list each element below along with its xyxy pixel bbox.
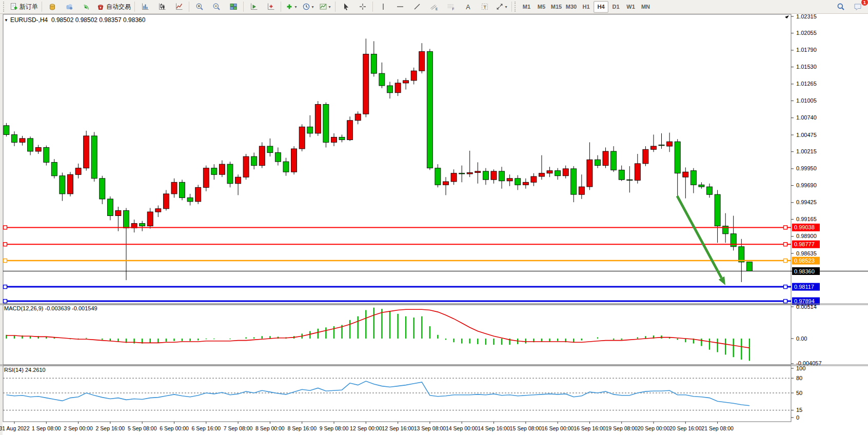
line-handle[interactable] (4, 243, 7, 246)
timeframe-button-h4[interactable]: H4 (594, 1, 608, 13)
timeframe-button-m5[interactable]: M5 (534, 1, 549, 13)
line-handle[interactable] (784, 243, 787, 246)
search-button[interactable] (832, 1, 849, 13)
trendline-button[interactable] (408, 1, 425, 13)
candle (4, 126, 9, 135)
toolbar-separator (189, 2, 189, 12)
candle (44, 148, 49, 163)
line-handle[interactable] (784, 259, 787, 263)
clock-icon (302, 3, 310, 11)
candle (140, 224, 145, 226)
timeframe-button-d1[interactable]: D1 (608, 1, 623, 13)
candlestick-chart-button[interactable] (153, 1, 170, 13)
candle (203, 168, 209, 188)
line-chart-button[interactable] (170, 1, 187, 13)
candle (515, 179, 521, 185)
horizontal-line-button[interactable] (391, 1, 408, 13)
line-handle[interactable] (4, 300, 7, 303)
templates-button[interactable]: ▾ (317, 1, 333, 13)
candle (115, 211, 121, 216)
time-axis-label: 12 Sep 16:00 (382, 425, 414, 431)
price-axis-label: 0.98635 (796, 250, 817, 256)
indicators-button[interactable]: ▾ (283, 1, 300, 13)
depth-of-market-button[interactable] (262, 1, 279, 13)
price-axis-label: 1.02315 (796, 14, 817, 19)
crosshair-button[interactable] (354, 1, 371, 13)
line-handle[interactable] (784, 300, 787, 303)
candle (746, 262, 752, 271)
candle (100, 179, 105, 199)
candle (315, 104, 321, 133)
vertical-line-button[interactable] (374, 1, 391, 13)
doc-plus-icon (10, 3, 18, 11)
line-handle[interactable] (4, 226, 7, 229)
time-axis-label: 12 Sep 00:00 (350, 425, 382, 431)
time-axis-label: 8 Sep 16:00 (287, 425, 317, 431)
time-axis-label: 21 Sep 08:00 (701, 425, 734, 431)
cloud-icon (65, 3, 73, 11)
tile-windows-button[interactable] (225, 1, 242, 13)
timeframe-button-m30[interactable]: M30 (564, 1, 579, 13)
candle (483, 171, 488, 180)
candle (443, 182, 449, 185)
zoom-in-button[interactable] (191, 1, 208, 13)
toolbar-separator (134, 2, 135, 12)
candle (187, 197, 193, 202)
candle (363, 54, 369, 114)
cylinder-icon (48, 3, 56, 11)
macd-axis-label: 0.00 (796, 335, 807, 342)
notifications-button[interactable]: 1 (849, 1, 866, 13)
market-watch-button[interactable] (44, 1, 61, 13)
time-axis-label: 5 Sep 08:00 (128, 425, 157, 431)
zoom-out-button[interactable] (208, 1, 225, 13)
line-handle[interactable] (784, 226, 787, 229)
candle (707, 187, 713, 194)
rsi-axis-label: 100 (796, 365, 805, 371)
arrows-icon (496, 3, 504, 11)
candle (147, 212, 153, 226)
community-button[interactable] (61, 1, 77, 13)
timeframe-button-m15[interactable]: M15 (549, 1, 564, 13)
price-axis-label: 1.01530 (796, 64, 817, 70)
window-edge (0, 14, 3, 435)
text-button[interactable]: A (459, 1, 476, 13)
candle (291, 149, 297, 172)
candle (307, 127, 313, 133)
new-order-button[interactable]: 新订单 (8, 1, 40, 13)
periods-button[interactable]: ▾ (300, 1, 317, 13)
timeframe-button-m1[interactable]: M1 (519, 1, 534, 13)
fibonacci-button[interactable]: E (425, 1, 442, 13)
price-badge-label: 0.98523 (794, 258, 815, 264)
candle (371, 54, 377, 73)
timeframe-button-mn[interactable]: MN (638, 1, 653, 13)
labelT-icon: T (481, 3, 489, 11)
strategy-tester-button[interactable] (245, 1, 262, 13)
candle (347, 121, 353, 140)
chart-menu-icon[interactable]: ▼ (4, 18, 8, 23)
cursor-button[interactable] (337, 1, 354, 13)
candle (395, 83, 401, 93)
line-handle[interactable] (4, 259, 7, 263)
arrows-tool-button[interactable]: ▾ (493, 1, 510, 13)
candle (563, 169, 568, 176)
autotrading-button[interactable]: 自动交易 (94, 1, 133, 13)
candle (571, 169, 577, 194)
candle (323, 104, 329, 142)
line-handle[interactable] (784, 285, 787, 289)
channel-button[interactable]: F (442, 1, 459, 13)
candle (507, 179, 512, 181)
label-button[interactable]: T (476, 1, 493, 13)
timeframe-button-w1[interactable]: W1 (623, 1, 638, 13)
candle (579, 187, 584, 194)
signals-button[interactable] (77, 1, 94, 13)
candle (435, 168, 441, 185)
price-axis-label: 0.99950 (796, 165, 817, 171)
time-axis-label: 20 Sep 16:00 (669, 425, 702, 431)
timeframe-button-h1[interactable]: H1 (579, 1, 594, 13)
bar-chart-button[interactable] (136, 1, 153, 13)
candle (355, 114, 361, 121)
candle (283, 162, 289, 172)
chartplus-icon (267, 3, 275, 11)
line-handle[interactable] (4, 285, 7, 289)
candle (627, 180, 633, 180)
